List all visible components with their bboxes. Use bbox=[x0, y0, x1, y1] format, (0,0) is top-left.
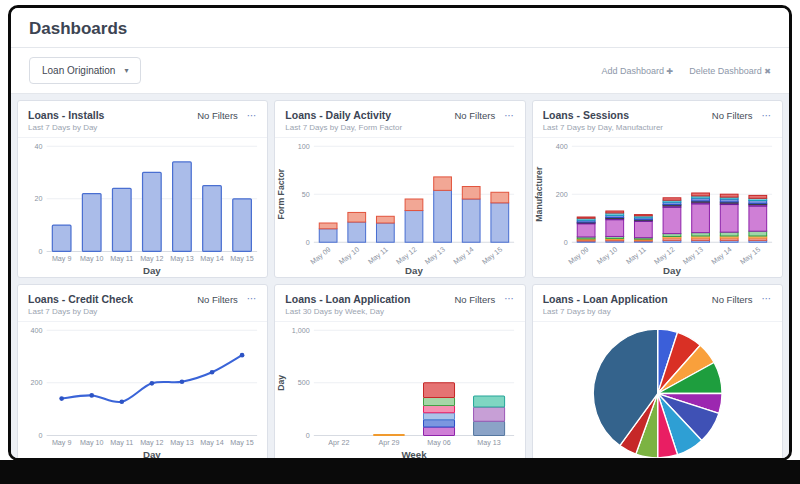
svg-text:May 9: May 9 bbox=[52, 439, 71, 447]
card-actions: No Filters ⋯ bbox=[455, 293, 515, 305]
svg-text:Apr 22: Apr 22 bbox=[329, 439, 350, 447]
card-header: Loans - Installs Last 7 Days by Day No F… bbox=[18, 101, 267, 138]
svg-text:May 14: May 14 bbox=[200, 255, 223, 263]
card-titles: Loans - Loan Application Last 30 Days by… bbox=[285, 293, 410, 316]
card-header: Loans - Loan Application Last 30 Days by… bbox=[275, 285, 524, 322]
card-menu-icon[interactable]: ⋯ bbox=[504, 111, 515, 121]
svg-text:May 10: May 10 bbox=[338, 246, 361, 267]
svg-text:Day: Day bbox=[143, 265, 161, 276]
svg-text:200: 200 bbox=[555, 191, 567, 199]
card-actions: No Filters ⋯ bbox=[712, 109, 772, 121]
chart-subtitle: Last 7 Days by Day bbox=[28, 307, 133, 316]
dashboard-selector-label: Loan Origination bbox=[42, 65, 115, 76]
svg-text:0: 0 bbox=[39, 248, 43, 256]
card-menu-icon[interactable]: ⋯ bbox=[504, 294, 515, 304]
add-dashboard-link[interactable]: Add Dashboard ✚ bbox=[601, 66, 673, 76]
svg-text:May 14: May 14 bbox=[452, 246, 475, 267]
card-actions: No Filters ⋯ bbox=[197, 293, 257, 305]
card-header: Loans - Loan Application Last 7 Days by … bbox=[533, 285, 782, 322]
svg-text:20: 20 bbox=[35, 195, 43, 203]
card-actions: No Filters ⋯ bbox=[455, 109, 515, 121]
add-dashboard-label: Add Dashboard bbox=[601, 66, 664, 76]
no-filters-label[interactable]: No Filters bbox=[197, 294, 238, 305]
toolbar-links: Add Dashboard ✚ Delete Dashboard ✖ bbox=[601, 66, 771, 76]
svg-text:May 06: May 06 bbox=[428, 439, 451, 447]
chart-title: Loans - Loan Application bbox=[543, 293, 668, 305]
card-actions: No Filters ⋯ bbox=[197, 109, 257, 121]
chart-subtitle: Last 7 Days by Day, Manufacturer bbox=[543, 123, 663, 132]
card-header: Loans - Credit Check Last 7 Days by Day … bbox=[18, 285, 267, 322]
chevron-down-icon: ▾ bbox=[124, 66, 128, 75]
chart-subtitle: Last 7 Days by day bbox=[543, 307, 668, 316]
card-menu-icon[interactable]: ⋯ bbox=[247, 111, 258, 121]
svg-text:May 14: May 14 bbox=[200, 439, 223, 447]
svg-text:400: 400 bbox=[555, 143, 567, 151]
svg-text:May 9: May 9 bbox=[52, 255, 71, 263]
svg-text:Manufacturer: Manufacturer bbox=[534, 166, 544, 222]
chart-canvas-daily-activity: 050100May 09May 10May 11May 12May 13May … bbox=[275, 138, 524, 277]
svg-text:May 09: May 09 bbox=[309, 246, 332, 267]
card-loans-installs: Loans - Installs Last 7 Days by Day No F… bbox=[17, 100, 268, 278]
svg-text:May 13: May 13 bbox=[424, 246, 447, 267]
no-filters-label[interactable]: No Filters bbox=[455, 110, 496, 121]
dashboard-grid: Loans - Installs Last 7 Days by Day No F… bbox=[11, 94, 789, 461]
svg-text:May 10: May 10 bbox=[595, 246, 618, 267]
svg-text:May 11: May 11 bbox=[367, 246, 390, 266]
chart-title: Loans - Credit Check bbox=[28, 293, 133, 305]
card-header: Loans - Daily Activity Last 7 Days by Da… bbox=[275, 101, 524, 138]
dashboard-toolbar: Loan Origination ▾ Add Dashboard ✚ Delet… bbox=[11, 48, 789, 94]
card-menu-icon[interactable]: ⋯ bbox=[247, 294, 258, 304]
card-menu-icon[interactable]: ⋯ bbox=[761, 111, 772, 121]
svg-text:May 12: May 12 bbox=[140, 255, 163, 263]
svg-text:May 11: May 11 bbox=[110, 255, 133, 263]
card-menu-icon[interactable]: ⋯ bbox=[761, 294, 772, 304]
svg-text:100: 100 bbox=[298, 143, 310, 151]
svg-text:40: 40 bbox=[35, 143, 43, 151]
svg-text:May 12: May 12 bbox=[140, 439, 163, 447]
card-loans-loan-application-weekly: Loans - Loan Application Last 30 Days by… bbox=[274, 284, 525, 461]
card-titles: Loans - Credit Check Last 7 Days by Day bbox=[28, 293, 133, 316]
chart-title: Loans - Sessions bbox=[543, 109, 663, 121]
chart-title: Loans - Daily Activity bbox=[285, 109, 402, 121]
svg-text:0: 0 bbox=[306, 432, 310, 440]
svg-text:May 10: May 10 bbox=[80, 255, 103, 263]
svg-text:May 15: May 15 bbox=[738, 246, 761, 267]
card-titles: Loans - Loan Application Last 7 Days by … bbox=[543, 293, 668, 316]
app-header: Dashboards bbox=[11, 8, 789, 48]
svg-text:Day: Day bbox=[405, 265, 423, 276]
chart-canvas-installs: 02040May 9May 10May 11May 12May 13May 14… bbox=[18, 138, 267, 277]
delete-dashboard-link[interactable]: Delete Dashboard ✖ bbox=[689, 66, 771, 76]
svg-text:0: 0 bbox=[563, 239, 567, 247]
svg-text:May 13: May 13 bbox=[170, 439, 193, 447]
svg-text:Day: Day bbox=[277, 375, 287, 391]
no-filters-label[interactable]: No Filters bbox=[455, 294, 496, 305]
svg-text:0: 0 bbox=[306, 239, 310, 247]
svg-text:May 13: May 13 bbox=[478, 439, 501, 447]
no-filters-label[interactable]: No Filters bbox=[712, 110, 753, 121]
svg-text:200: 200 bbox=[31, 379, 43, 387]
svg-text:May 11: May 11 bbox=[110, 439, 133, 447]
svg-text:Form Factor: Form Factor bbox=[277, 168, 287, 219]
no-filters-label[interactable]: No Filters bbox=[712, 294, 753, 305]
delete-icon: ✖ bbox=[764, 67, 771, 76]
svg-text:Day: Day bbox=[143, 449, 161, 460]
dashboard-selector[interactable]: Loan Origination ▾ bbox=[29, 57, 141, 84]
chart-subtitle: Last 7 Days by Day, Form Factor bbox=[285, 123, 402, 132]
card-titles: Loans - Installs Last 7 Days by Day bbox=[28, 109, 104, 132]
svg-text:May 11: May 11 bbox=[624, 246, 647, 266]
chart-subtitle: Last 30 Days by Week, Day bbox=[285, 307, 410, 316]
svg-text:50: 50 bbox=[302, 191, 310, 199]
no-filters-label[interactable]: No Filters bbox=[197, 110, 238, 121]
card-actions: No Filters ⋯ bbox=[712, 293, 772, 305]
svg-text:May 10: May 10 bbox=[80, 439, 103, 447]
svg-text:May 12: May 12 bbox=[395, 246, 418, 267]
svg-text:May 15: May 15 bbox=[481, 246, 504, 267]
svg-text:1,000: 1,000 bbox=[292, 327, 310, 335]
delete-dashboard-label: Delete Dashboard bbox=[689, 66, 762, 76]
svg-text:May 13: May 13 bbox=[681, 246, 704, 267]
card-titles: Loans - Sessions Last 7 Days by Day, Man… bbox=[543, 109, 663, 132]
svg-text:May 15: May 15 bbox=[230, 439, 253, 447]
card-loans-loan-application-pie: Loans - Loan Application Last 7 Days by … bbox=[532, 284, 783, 461]
chart-canvas-loan-application-weekly: 05001,000Apr 22Apr 29May 06May 13WeekDay bbox=[275, 322, 524, 461]
chart-canvas-sessions: 0200400May 09May 10May 11May 12May 13May… bbox=[533, 138, 782, 277]
